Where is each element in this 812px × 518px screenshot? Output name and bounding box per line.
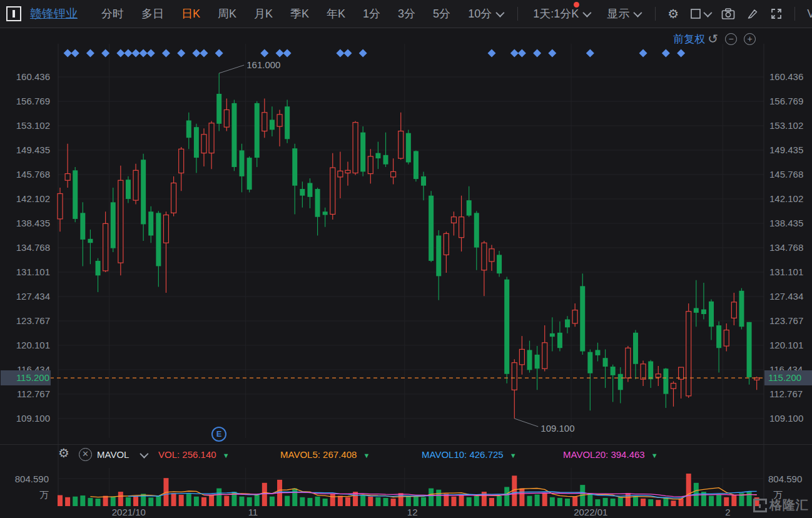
candle[interactable] [133,164,138,205]
volume-bar[interactable] [519,489,524,506]
volume-bar[interactable] [414,497,419,506]
candle[interactable] [519,336,524,375]
candle[interactable] [701,283,706,319]
event-diamond-icon[interactable] [533,49,541,57]
candle-style-icon[interactable] [690,8,710,19]
candle[interactable] [459,196,464,251]
candle[interactable] [285,100,290,143]
event-diamond-icon[interactable] [132,49,140,57]
tab-1分[interactable]: 1分 [363,6,380,21]
candle[interactable] [572,303,577,327]
candle[interactable] [414,150,419,181]
volume-bar[interactable] [307,498,312,506]
candle[interactable] [504,277,509,383]
candle[interactable] [300,181,305,207]
candle[interactable] [489,245,494,270]
volume-bar[interactable] [156,496,161,506]
tab-日K[interactable]: 日K [181,6,200,21]
candle[interactable] [535,346,540,390]
event-diamond-icon[interactable] [71,49,79,57]
event-diamond-icon[interactable] [487,49,495,57]
volume-bar[interactable] [626,493,631,506]
volume-bar[interactable] [338,496,343,506]
volume-bar[interactable] [603,498,608,506]
reset-zoom-icon[interactable]: ↺ [708,31,718,46]
display-menu[interactable]: 显示 [607,6,640,21]
volume-bar[interactable] [194,497,199,506]
candle[interactable] [353,121,358,175]
candle[interactable] [240,144,245,193]
candlestick-plot[interactable] [0,0,812,518]
candle[interactable] [73,167,78,222]
event-diamond-icon[interactable] [260,49,268,57]
volume-bar[interactable] [671,500,676,506]
tab-5分[interactable]: 5分 [433,6,450,21]
volume-bar[interactable] [618,497,623,506]
mavol5-legend-item[interactable]: MAVOL5: 267.408 ▼ [280,448,370,462]
volume-bar[interactable] [323,499,328,506]
candle[interactable] [368,149,373,183]
candle[interactable] [754,377,759,390]
volume-bar[interactable] [527,496,532,506]
mavol20-legend-item[interactable]: MAVOL20: 394.463 ▼ [563,448,658,462]
app-logo-icon[interactable] [6,6,21,21]
candle[interactable] [194,124,199,173]
tab-年K[interactable]: 年K [327,6,345,21]
candle[interactable] [731,293,736,325]
volume-bar[interactable] [126,497,131,506]
event-diamond-icon[interactable] [510,49,519,57]
volume-bar[interactable] [656,500,661,506]
candle[interactable] [474,211,479,270]
volume-bar[interactable] [429,489,434,506]
volume-indicator-select[interactable]: MAVOL [97,448,146,462]
vs-compare-button[interactable]: VS [807,8,812,21]
volume-bar[interactable] [542,493,547,506]
volume-bar[interactable] [360,495,365,506]
candle[interactable] [231,100,236,171]
volume-bar[interactable] [709,496,714,506]
candle[interactable] [262,98,267,138]
vol-legend-item[interactable]: VOL: 256.140 ▼ [158,448,230,462]
event-diamond-icon[interactable] [192,49,200,57]
candle[interactable] [103,211,108,272]
zoom-in-icon[interactable]: + [744,33,756,45]
candle[interactable] [96,258,101,292]
candle[interactable] [580,273,585,355]
mavol10-legend-item[interactable]: MAVOL10: 426.725 ▼ [422,448,517,462]
candle[interactable] [186,113,191,149]
kline-combo-select[interactable]: 1天:1分K [533,6,589,21]
event-diamond-icon[interactable] [101,49,109,57]
draw-pencil-icon[interactable] [746,8,759,20]
event-diamond-icon[interactable] [639,49,647,57]
volume-bar[interactable] [467,497,472,506]
candle[interactable] [709,300,714,340]
tab-3分[interactable]: 3分 [398,6,415,21]
volume-bar[interactable] [648,499,653,506]
volume-bar[interactable] [65,497,70,506]
tab-月K[interactable]: 月K [254,6,273,21]
volume-bar[interactable] [111,497,116,506]
event-diamond-icon[interactable] [116,49,124,57]
candle[interactable] [307,178,312,208]
volume-bar[interactable] [186,494,191,506]
tab-周K[interactable]: 周K [218,6,236,21]
volume-bar[interactable] [80,495,85,506]
candle[interactable] [391,158,396,184]
candle[interactable] [406,130,411,164]
volume-bar[interactable] [474,496,479,506]
event-diamond-icon[interactable] [283,49,292,57]
candle[interactable] [118,166,123,275]
candle[interactable] [618,367,623,403]
event-diamond-icon[interactable] [124,49,132,57]
event-diamond-icon[interactable] [548,49,556,57]
tab-季K[interactable]: 季K [290,6,309,21]
volume-bar[interactable] [247,497,252,506]
volume-bar[interactable] [88,498,93,506]
candle[interactable] [724,323,729,352]
volume-bar[interactable] [633,496,638,506]
candle[interactable] [88,230,93,264]
volume-bar[interactable] [641,499,646,506]
candle[interactable] [209,121,214,170]
event-diamond-icon[interactable] [336,49,344,57]
candle[interactable] [497,251,502,277]
